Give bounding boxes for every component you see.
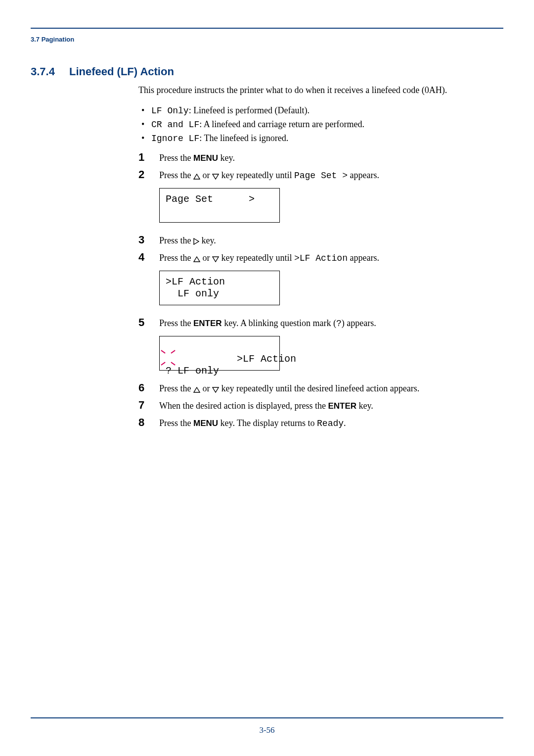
option-desc: : The linefeed is ignored. (199, 133, 288, 143)
code-text: Ready (317, 419, 344, 428)
display-text: >LF Action ? LF only (166, 353, 296, 377)
step-6: 6 Press the or key repeatedly until the … (138, 382, 503, 395)
step-2: 2 Press the or key repeatedly until Page… (138, 169, 503, 230)
option-desc: : Linefeed is performed (Default). (189, 105, 310, 115)
step-text: Press the ENTER key. A blinking question… (159, 317, 503, 378)
step-number: 7 (138, 399, 159, 411)
display-box: >LF Action LF only (159, 271, 280, 305)
svg-marker-4 (213, 257, 219, 262)
triangle-down-icon (212, 383, 219, 395)
text: Press the (159, 236, 193, 245)
triangle-down-icon (212, 170, 219, 182)
option-code: CR and LF (151, 120, 199, 130)
step-4: 4 Press the or key repeatedly until >LF … (138, 252, 503, 312)
text: appears. (348, 253, 379, 263)
step-number: 3 (138, 234, 159, 246)
code-text: ? (336, 319, 342, 329)
step-number: 2 (138, 168, 159, 181)
header-rule (31, 28, 503, 29)
triangle-up-icon (193, 383, 200, 395)
text: ) appears. (342, 318, 376, 328)
steps: 1 Press the MENU key. 2 Press the or key… (138, 152, 503, 430)
page: 3.7 Pagination 3.7.4 Linefeed (LF) Actio… (0, 0, 534, 756)
svg-marker-1 (213, 174, 219, 179)
key-name: ENTER (193, 319, 222, 328)
list-item: LF Only: Linefeed is performed (Default)… (151, 104, 503, 117)
list-item: Ignore LF: The linefeed is ignored. (151, 132, 503, 145)
step-text: Press the key. (159, 235, 503, 247)
text: key. (199, 236, 216, 245)
key-name: MENU (193, 153, 218, 163)
code-text: >LF Action (294, 253, 348, 263)
step-1: 1 Press the MENU key. (138, 152, 503, 164)
step-number: 1 (138, 151, 159, 163)
text: or (200, 253, 212, 263)
step-text: Press the or key repeatedly until Page S… (159, 169, 503, 230)
blink-ray-icon (171, 350, 175, 353)
text: appears. (348, 170, 379, 180)
option-code: LF Only (151, 106, 189, 116)
option-desc: : A linefeed and carriage return are per… (199, 119, 364, 129)
blink-highlight (164, 352, 171, 363)
step-number: 8 (138, 416, 159, 428)
triangle-up-icon (193, 170, 200, 182)
text: Press the (159, 153, 193, 163)
step-number: 6 (138, 381, 159, 394)
text: Press the (159, 253, 193, 263)
heading-title: Linefeed (LF) Action (69, 65, 174, 78)
text: key repeatedly until (219, 170, 294, 180)
option-list: LF Only: Linefeed is performed (Default)… (138, 104, 503, 145)
body-column: This procedure instructs the printer wha… (138, 84, 503, 430)
option-code: Ignore LF (151, 134, 199, 143)
text: key. A blinking question mark ( (222, 318, 336, 328)
step-text: Press the or key repeatedly until >LF Ac… (159, 252, 503, 312)
text: key. (218, 153, 235, 163)
heading-number: 3.7.4 (31, 65, 55, 78)
display-box: >LF Action ? LF only (159, 336, 280, 371)
blink-ray-icon (161, 362, 165, 365)
svg-marker-6 (213, 387, 219, 392)
step-5: 5 Press the ENTER key. A blinking questi… (138, 317, 503, 378)
svg-marker-2 (194, 238, 199, 244)
svg-marker-3 (194, 257, 200, 262)
text: key repeatedly until the desired linefee… (219, 383, 419, 393)
triangle-up-icon (193, 252, 200, 265)
intro-paragraph: This procedure instructs the printer wha… (138, 84, 503, 96)
text: Press the (159, 170, 193, 180)
page-number: 3-56 (0, 725, 534, 735)
code-text: Page Set > (294, 171, 348, 181)
svg-marker-5 (194, 387, 200, 392)
key-name: ENTER (328, 401, 356, 411)
triangle-down-icon (212, 252, 219, 265)
text: Press the (159, 318, 193, 328)
list-item: CR and LF: A linefeed and carriage retur… (151, 118, 503, 131)
display-box: Page Set > (159, 188, 280, 223)
text: . (344, 418, 346, 428)
running-header: 3.7 Pagination (31, 36, 74, 43)
text: key repeatedly until (219, 253, 294, 263)
triangle-right-icon (193, 235, 199, 247)
step-3: 3 Press the key. (138, 235, 503, 247)
text: or (200, 170, 212, 180)
text: key. (356, 401, 373, 411)
svg-marker-0 (194, 174, 200, 179)
step-number: 5 (138, 316, 159, 329)
step-text: Press the MENU key. (159, 152, 503, 164)
footer-rule (31, 717, 503, 718)
step-number: 4 (138, 251, 159, 263)
